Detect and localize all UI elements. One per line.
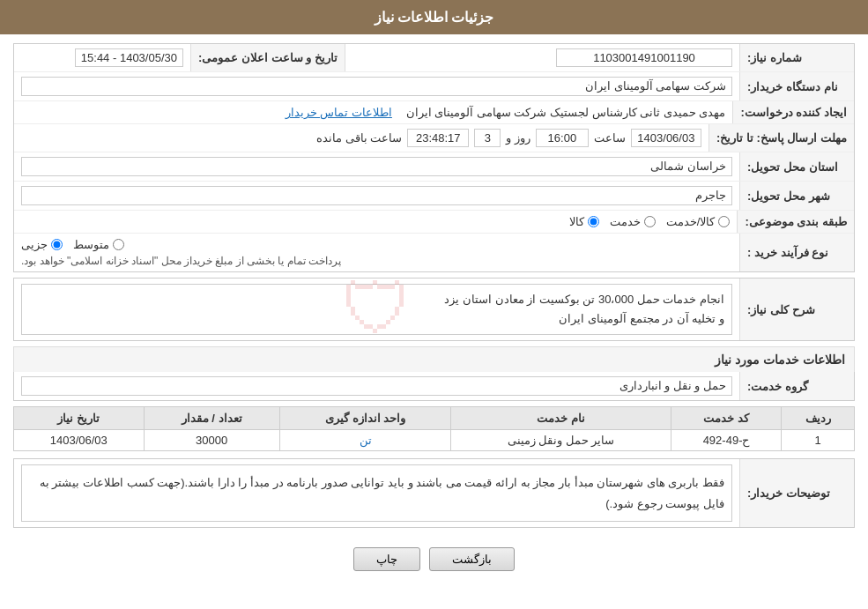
shomareNiaz-value: 1103001491001190 (345, 44, 739, 71)
cell-radif: 1 (782, 430, 855, 451)
col-kodKhedmat: کد خدمت (671, 407, 782, 430)
tabaghe-radio-group: کالا/خدمت خدمت کالا (569, 215, 731, 228)
ijadKonande-text: مهدی حمیدی ثانی کارشناس لجستیک شرکت سهام… (406, 106, 726, 119)
cell-tarikh: 1403/06/03 (14, 430, 145, 451)
ostan-label: استان محل تحویل: (739, 152, 854, 181)
tosiyat-box: فقط باربری های شهرستان مبدأ بار مجاز به … (21, 464, 732, 522)
mohlat-date-box: 1403/06/03 (631, 129, 701, 147)
tabaghe-row: طبقه بندی موضوعی: کالا/خدمت خدمت (14, 211, 854, 234)
print-button[interactable]: چاپ (353, 547, 420, 571)
mohlat-roz-box: 3 (474, 129, 501, 147)
shahr-label: شهر محل تحویل: (739, 182, 854, 210)
shomareNiaz-row: شماره نیاز: 1103001491001190 تاریخ و ساع… (14, 44, 854, 72)
page-title: جزئیات اطلاعات نیاز (375, 10, 494, 25)
tabaghe-value: کالا/خدمت خدمت کالا (14, 211, 737, 233)
radio-motavaset-item[interactable]: متوسط (73, 238, 124, 251)
radio-khedmat[interactable] (644, 216, 656, 227)
radio-kalaKhedmat[interactable] (718, 216, 730, 227)
sharhKoli-text: انجام خدمات حمل 30،000 تن بوکسیت از معاد… (444, 293, 724, 325)
radio-kala[interactable] (588, 216, 599, 227)
namDastgah-box: شرکت سهامی آلومینای ایران (21, 77, 732, 96)
tosiyat-label: توضیحات خریدار: (739, 459, 854, 527)
buttons-row: بازگشت چاپ (13, 537, 855, 582)
cell-vahed: تن (279, 430, 451, 451)
etelaat-link[interactable]: اطلاعات تماس خریدار (286, 106, 392, 119)
sharhKoli-section: شرح کلی نیاز: 🛡 انجام خدمات حمل 30،000 ت… (13, 278, 855, 341)
cell-tedad: 30000 (144, 430, 279, 451)
namDastgah-label: نام دستگاه خریدار: (739, 72, 854, 100)
tarikhSaat-label: تاریخ و ساعت اعلان عمومی: (190, 44, 345, 71)
table-row: 1 ح-49-492 سایر حمل ونقل زمینی تن 30000 … (14, 430, 855, 451)
shahr-box: جاجرم (21, 186, 732, 205)
ostan-row: استان محل تحویل: خراسان شمالی (14, 152, 854, 182)
ijadKonande-label: ایجاد کننده درخواست: (732, 101, 854, 123)
mohlat-row: مهلت ارسال پاسخ: تا تاریخ: 1403/06/03 سا… (14, 124, 854, 152)
radio-kala-label: کالا (569, 215, 584, 228)
ostan-box: خراسان شمالی (21, 157, 732, 176)
cell-kodKhedmat: ح-49-492 (671, 430, 782, 451)
mohlat-value: 1403/06/03 ساعت 16:00 روز و 3 23:48:17 س… (14, 124, 708, 152)
sharhKoli-value-area: 🛡 انجام خدمات حمل 30،000 تن بوکسیت از مع… (14, 279, 739, 340)
radio-jozvi-item[interactable]: جزیی (21, 238, 63, 251)
radio-jozvi[interactable] (51, 239, 63, 250)
shahr-value: جاجرم (14, 182, 739, 210)
shahr-row: شهر محل تحویل: جاجرم (14, 182, 854, 211)
radio-kalaKhedmat-label: کالا/خدمت (666, 215, 716, 228)
ijadKonande-row: ایجاد کننده درخواست: مهدی حمیدی ثانی کار… (14, 101, 854, 124)
services-table-section: ردیف کد خدمت نام خدمت واحد اندازه گیری ت… (13, 406, 855, 451)
col-namKhedmat: نام خدمت (451, 407, 671, 430)
farayand-radio-group: متوسط جزیی (21, 238, 124, 251)
radio-kalaKhedmat-item[interactable]: کالا/خدمت (666, 215, 731, 228)
tabaghe-label: طبقه بندی موضوعی: (737, 211, 854, 233)
navFarayand-value: متوسط جزیی پرداخت تمام یا بخشی از مبلغ خ… (14, 234, 739, 271)
radio-motavaset[interactable] (113, 239, 124, 250)
shomareNiaz-label: شماره نیاز: (739, 44, 854, 71)
groheKhedmat-box: حمل و نقل و انبارداری (21, 376, 732, 396)
tosiyat-section: توضیحات خریدار: فقط باربری های شهرستان م… (13, 458, 855, 528)
etelaat-section-title: اطلاعات خدمات مورد نیاز (13, 346, 855, 372)
page-header: جزئیات اطلاعات نیاز (0, 0, 868, 34)
saat-label: ساعت (594, 131, 626, 145)
tarikhSaat-box: 1403/05/30 - 15:44 (75, 48, 183, 67)
tarikhSaat-value: 1403/05/30 - 15:44 (14, 44, 190, 71)
table-header-row: ردیف کد خدمت نام خدمت واحد اندازه گیری ت… (14, 407, 855, 430)
radio-khedmat-item[interactable]: خدمت (610, 215, 656, 228)
sharhKoli-label: شرح کلی نیاز: (739, 279, 854, 340)
col-vahed: واحد اندازه گیری (279, 407, 451, 430)
namDastgah-value: شرکت سهامی آلومینای ایران (14, 72, 739, 100)
radio-khedmat-label: خدمت (610, 215, 641, 228)
navFarayand-label: نوع فرآیند خرید : (739, 234, 854, 271)
mohlat-label: مهلت ارسال پاسخ: تا تاریخ: (708, 124, 854, 152)
col-tarikh: تاریخ نیاز (14, 407, 145, 430)
radio-jozvi-label: جزیی (21, 238, 48, 251)
radio-motavaset-label: متوسط (73, 238, 109, 251)
mohlat-mande-box: 23:48:17 (407, 129, 469, 147)
back-button[interactable]: بازگشت (429, 547, 515, 571)
mohlat-saat-box: 16:00 (536, 129, 589, 147)
tosiyat-value-area: فقط باربری های شهرستان مبدأ بار مجاز به … (14, 459, 739, 527)
groheKhedmat-value: حمل و نقل و انبارداری (14, 372, 739, 400)
roz-label: روز و (506, 131, 530, 145)
col-radif: ردیف (782, 407, 855, 430)
services-table: ردیف کد خدمت نام خدمت واحد اندازه گیری ت… (13, 406, 855, 451)
col-tedad: تعداد / مقدار (144, 407, 279, 430)
mande-label: ساعت باقی مانده (316, 131, 402, 145)
cell-namKhedmat: سایر حمل ونقل زمینی (451, 430, 671, 451)
namDastgah-row: نام دستگاه خریدار: شرکت سهامی آلومینای ا… (14, 72, 854, 101)
radio-kala-item[interactable]: کالا (569, 215, 599, 228)
farayand-desc: پرداخت تمام یا بخشی از مبلغ خریداز محل "… (21, 255, 341, 267)
navFarayand-row: نوع فرآیند خرید : متوسط جزیی پرداخت تمام… (14, 234, 854, 271)
shomareNiaz-box: 1103001491001190 (556, 48, 732, 67)
ostan-value: خراسان شمالی (14, 152, 739, 181)
shield-watermark-icon: 🛡 (342, 269, 412, 350)
groheKhedmat-label: گروه خدمت: (739, 372, 854, 400)
ijadKonande-value: مهدی حمیدی ثانی کارشناس لجستیک شرکت سهام… (14, 101, 732, 123)
groheKhedmat-row: گروه خدمت: حمل و نقل و انبارداری (13, 372, 855, 401)
main-form-section: شماره نیاز: 1103001491001190 تاریخ و ساع… (13, 43, 855, 272)
tosiyat-text: فقط باربری های شهرستان مبدأ بار مجاز به … (40, 476, 724, 509)
